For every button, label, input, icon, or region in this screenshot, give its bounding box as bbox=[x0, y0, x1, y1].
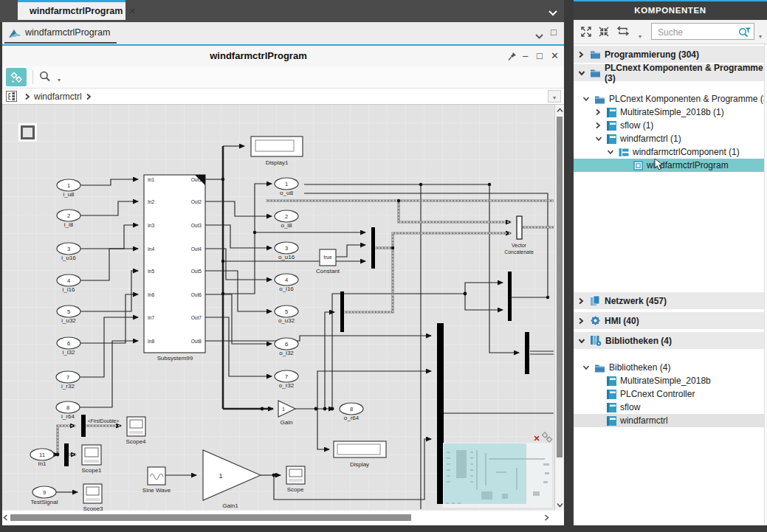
chevron-down-icon[interactable] bbox=[578, 70, 590, 76]
scroll-up-icon[interactable] bbox=[557, 108, 563, 113]
connector-mode-button[interactable] bbox=[6, 68, 27, 86]
svg-text:Subsystem99: Subsystem99 bbox=[157, 355, 193, 362]
tree-item-multirate[interactable]: MultirateSimple_2018b (1) bbox=[574, 106, 767, 119]
svg-text:11: 11 bbox=[39, 452, 45, 458]
panel-divider[interactable] bbox=[564, 0, 574, 532]
block-scope1[interactable]: Scope1 bbox=[81, 445, 102, 474]
chevron-right-icon[interactable] bbox=[595, 108, 607, 116]
chevron-down-icon[interactable] bbox=[582, 365, 594, 370]
model-icon bbox=[607, 108, 616, 117]
svg-text:o_i32: o_i32 bbox=[279, 350, 294, 356]
search-input[interactable] bbox=[656, 24, 737, 40]
svg-text:3: 3 bbox=[67, 246, 70, 252]
close-icon[interactable]: ✕ bbox=[551, 50, 559, 62]
tree-section-programmierung[interactable]: Programmierung (304) bbox=[574, 46, 767, 63]
document-title-bar: windfarmctrlProgram – □ ✕ bbox=[0, 46, 564, 66]
tree-section-hmi[interactable]: HMI (40) bbox=[574, 312, 767, 329]
panel-toolbar: ▾ ▾ bbox=[574, 20, 767, 44]
scroll-down-icon[interactable] bbox=[557, 502, 563, 508]
block-scope4[interactable]: Scope4 bbox=[125, 417, 146, 445]
search-filter-icon[interactable] bbox=[737, 26, 752, 38]
tree-label: Programmierung (304) bbox=[605, 49, 699, 60]
chevron-down-icon[interactable] bbox=[582, 96, 594, 102]
tree-item-lib-sflow[interactable]: sflow bbox=[574, 401, 767, 414]
chevron-down-icon[interactable] bbox=[595, 136, 607, 142]
expand-all-icon[interactable] bbox=[580, 26, 592, 38]
vertical-scrollbar[interactable] bbox=[554, 105, 564, 511]
search-dropdown-icon[interactable]: ▾ bbox=[759, 33, 762, 40]
pin-icon[interactable] bbox=[508, 52, 517, 61]
tab-list-chevron-icon[interactable] bbox=[548, 7, 558, 20]
breadcrumb-node[interactable]: windfarmctrl bbox=[34, 91, 82, 102]
tree-section-bibliotheken[interactable]: Bibliotheken (4) bbox=[574, 332, 767, 349]
tree-label: windfarmctrl bbox=[620, 415, 668, 426]
editor-maximize-icon[interactable]: □ bbox=[551, 27, 557, 38]
minimap[interactable]: ✕ bbox=[443, 432, 552, 508]
tree-section-netzwerk[interactable]: Netzwerk (457) bbox=[574, 292, 767, 309]
panel-scrollbar[interactable] bbox=[764, 44, 767, 525]
svg-text:Out1: Out1 bbox=[191, 177, 202, 182]
breadcrumb-dropdown-button[interactable]: ▾ bbox=[548, 90, 561, 103]
zoom-search-icon[interactable] bbox=[38, 70, 52, 83]
tree-item-lib-multirate[interactable]: MultirateSimple_2018b bbox=[574, 374, 767, 387]
tree-section-plcnext[interactable]: PLCnext Komponenten & Programme (3) bbox=[574, 64, 767, 81]
block-scope3[interactable]: Scope3 bbox=[83, 484, 103, 511]
svg-text:Sine Wave: Sine Wave bbox=[142, 487, 171, 494]
editor-group-bar: windfarmctrlProgram □ bbox=[0, 22, 564, 44]
editor-chevron-icon[interactable] bbox=[534, 30, 544, 43]
collapse-all-icon[interactable] bbox=[598, 26, 610, 38]
svg-text:Out3: Out3 bbox=[191, 223, 202, 228]
komponenten-panel: KOMPONENTEN ▾ ▾ bbox=[574, 0, 767, 525]
tree-item-lib-plcnext-controller[interactable]: PLCnext Controller bbox=[574, 387, 767, 401]
selection-handle[interactable] bbox=[18, 123, 37, 142]
zoom-dropdown-icon[interactable]: ▾ bbox=[58, 77, 61, 83]
minimap-viewport[interactable] bbox=[444, 443, 526, 504]
tree-label: Bibliotheken (4) bbox=[609, 362, 670, 373]
minimap-close-icon[interactable]: ✕ bbox=[533, 434, 540, 443]
svg-text:i_u16: i_u16 bbox=[61, 255, 76, 261]
component-icon bbox=[619, 148, 629, 157]
sync-selection-icon[interactable] bbox=[616, 26, 630, 37]
svg-text:Out2: Out2 bbox=[191, 199, 202, 204]
chevron-down-icon[interactable] bbox=[578, 338, 590, 344]
diagram-canvas[interactable]: 1i_u8 2i_i8 3i_u16 4i_i16 5i_u32 6i_i32 … bbox=[0, 105, 554, 511]
toolbar-dropdown-icon[interactable]: ▾ bbox=[639, 33, 642, 40]
tab-windfarmctrlprogram[interactable]: windfarmctrlProgram ✕ bbox=[18, 0, 125, 20]
tree-item-windfarmctrl[interactable]: windfarmctrl (1) bbox=[574, 132, 767, 145]
block-subsystem99[interactable]: In1 In2 In3 In4 In5 In6 In7 In8 Out1 Out… bbox=[144, 175, 205, 362]
svg-text:In1: In1 bbox=[38, 460, 47, 467]
tree-item-sflow[interactable]: sflow (1) bbox=[574, 119, 767, 132]
scroll-left-icon[interactable] bbox=[3, 514, 8, 521]
model-hierarchy-icon[interactable] bbox=[6, 91, 17, 102]
tab-close-icon[interactable]: ✕ bbox=[128, 7, 135, 16]
model-icon bbox=[607, 403, 616, 412]
tree-item-plcnext-folder[interactable]: PLCnext Komponenten & Programme (3) bbox=[574, 92, 767, 106]
minimize-icon[interactable]: – bbox=[523, 50, 528, 62]
block-scope[interactable]: Scope bbox=[286, 466, 305, 493]
chevron-right-icon[interactable] bbox=[578, 317, 590, 325]
breadcrumb: windfarmctrl ▾ bbox=[0, 89, 564, 105]
model-icon bbox=[607, 390, 616, 399]
vertical-scroll-thumb[interactable] bbox=[557, 117, 563, 457]
scroll-right-icon[interactable] bbox=[544, 514, 549, 521]
active-editor-underline bbox=[4, 42, 117, 44]
tree-label: PLCnext Komponenten & Programme (3) bbox=[605, 63, 767, 83]
tree-item-bibliotheken-folder[interactable]: Bibliotheken (4) bbox=[574, 361, 767, 374]
model-logo-icon bbox=[7, 28, 22, 40]
chevron-down-icon[interactable] bbox=[607, 149, 619, 155]
chevron-right-icon[interactable] bbox=[578, 51, 590, 58]
mouse-cursor bbox=[654, 158, 664, 171]
svg-text:true: true bbox=[323, 255, 332, 260]
svg-text:Concatenate: Concatenate bbox=[504, 249, 534, 255]
svg-text:o_u8: o_u8 bbox=[280, 190, 293, 196]
horizontal-scrollbar[interactable] bbox=[0, 511, 564, 525]
editor-group-title[interactable]: windfarmctrlProgram bbox=[25, 27, 110, 38]
tree-item-windfarmctrlcomponent[interactable]: windfarmctrlComponent (1) bbox=[574, 145, 767, 159]
chevron-right-icon[interactable] bbox=[595, 122, 607, 129]
horizontal-scroll-thumb[interactable] bbox=[10, 514, 411, 521]
maximize-icon[interactable]: □ bbox=[537, 50, 543, 62]
tree-item-lib-windfarmctrl[interactable]: windfarmctrl bbox=[574, 414, 767, 427]
tree-item-windfarmctrlprogram-selected[interactable]: windfarmctrlProgram bbox=[574, 159, 767, 172]
page-title: windfarmctrlProgram bbox=[0, 46, 517, 66]
chevron-right-icon[interactable] bbox=[578, 297, 590, 305]
